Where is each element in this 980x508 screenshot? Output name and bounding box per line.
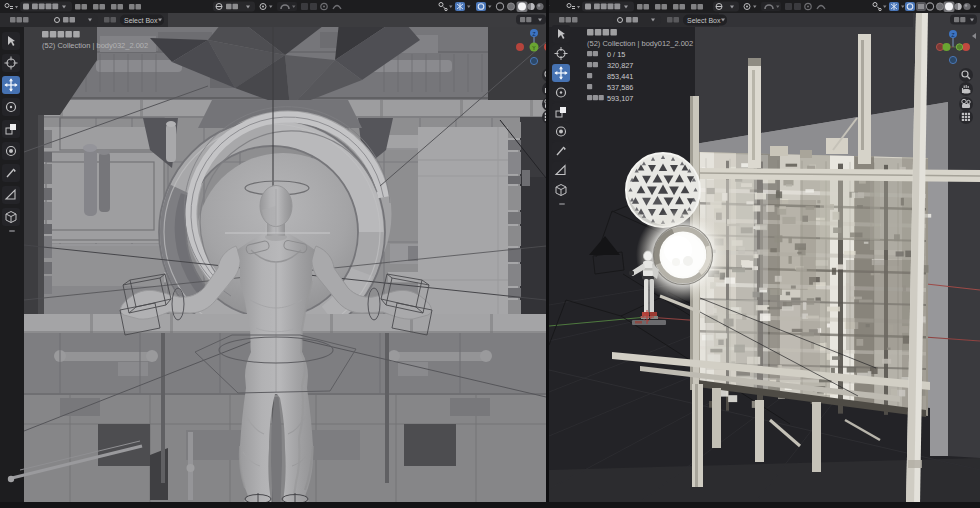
svg-text:853,441: 853,441 (607, 72, 633, 81)
svg-text:Z: Z (951, 32, 954, 38)
svg-text:Select Box: Select Box (124, 17, 158, 24)
svg-text:593,107: 593,107 (607, 94, 633, 103)
svg-text:537,586: 537,586 (607, 83, 633, 92)
svg-text:Select Box: Select Box (687, 17, 721, 24)
svg-text:320,827: 320,827 (607, 61, 633, 70)
svg-text:0 / 15: 0 / 15 (607, 50, 625, 59)
svg-text:(52) Collection | body012_2.00: (52) Collection | body012_2.002 (587, 39, 693, 48)
svg-text:Z: Z (532, 31, 535, 37)
svg-text:(52) Collection | body032_2.00: (52) Collection | body032_2.002 (42, 41, 148, 50)
